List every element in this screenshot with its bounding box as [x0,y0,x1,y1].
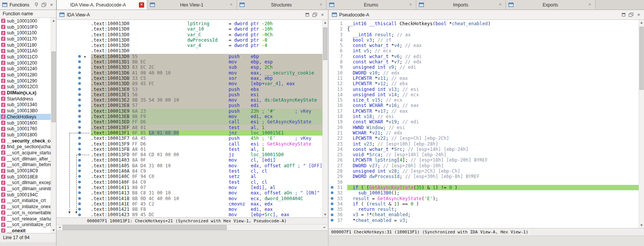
tab-close-icon[interactable]: × [139,2,144,8]
disasm-line[interactable]: .text:100013D0 [56,48,328,53]
functions-panel-header[interactable]: Functions × [0,0,56,10]
pseudocode-line[interactable]: 15 size_t v15; // ecx [329,97,644,103]
tab-exports[interactable]: Exports× [506,0,596,10]
disasm-line[interactable]: .text:10001405BA D4 31 00 10movedx, offs… [56,163,328,168]
pseudocode-line[interactable]: 9 unsigned int v9; // edi [329,65,644,70]
disasm-line[interactable]: .text:100013D6A1 08 40 00 10moveax, ___s… [56,70,328,76]
disasm-line[interactable]: .text:100013D0dwProcessId= dword ptr -8 [56,37,328,43]
function-row[interactable]: f__scrt_uninitialize_crt [0,222,56,228]
pseudocode-line[interactable]: 4 bool v3; // zf [329,37,644,43]
function-row[interactable]: f__onexit [0,228,56,233]
disasm-line[interactable]: ▾.text:100013D055pushebp [56,54,328,59]
function-row[interactable]: fsub_100012C0 [0,84,56,90]
function-row[interactable]: ffind_pe_section(uchar * [0,144,56,150]
function-row[interactable]: fsub_10001100 [0,30,56,36]
pseudocode-view[interactable]: 1__int16 __thiscall CheckHotkeys(bool *c… [329,20,644,228]
disasm-line[interactable]: .text:100013FD0F 84 CD 01 00 00jzloc_100… [56,152,328,157]
disasm-line[interactable]: .text:100013D0lpString= dword ptr -20h [56,21,328,26]
pseudocode-line[interactable]: 32 sub_100013B0(); [329,190,644,196]
function-row[interactable]: f__scrt_acquire_startup_ [0,150,56,156]
scroll-down-icon[interactable]: ▼ [51,228,56,233]
function-row[interactable]: fsub_1000194C [0,192,56,198]
pseudocode-title-bar[interactable]: Pseudocode-A × [329,10,644,20]
function-row[interactable]: fsub_10001290 [0,78,56,84]
function-row[interactable]: fsub_10001280 [0,72,56,78]
function-row[interactable]: f__scrt_dllmain_after_in [0,156,56,162]
function-row[interactable]: f__scrt_dllmain_uninitial [0,186,56,192]
functions-scrollbar[interactable]: ▲ ▼ [51,18,56,233]
tab-close-icon[interactable]: × [408,2,413,8]
disasm-scrollbar[interactable]: ▲ ▼ [322,20,328,217]
scroll-down-icon[interactable]: ▼ [323,212,328,217]
disasm-line[interactable]: .text:100013EB8B F9movedi, ecx [56,114,328,119]
restore-icon[interactable] [629,13,633,17]
disasm-line[interactable]: .text:100013E96A 23push23h ; '#' ; vKey [56,108,328,114]
function-row[interactable]: f__scrt_dllmain_excepti [0,180,56,186]
pseudocode-line[interactable]: 16 const WCHAR *v16; // eax [329,103,644,108]
pseudocode-line[interactable]: 23 int v23; // [esp+10h] [ebp-28h] [329,141,644,147]
function-row[interactable]: fCheckHotkeys [0,114,56,120]
function-row[interactable]: fsub_10001170 [0,36,56,42]
disasm-line[interactable]: .text:100013FBA8 01testal, 1 [56,147,328,152]
pin-icon[interactable] [35,2,38,7]
pseudocode-line[interactable]: 28 unsigned int v28; // [esp+2Ch] [ebp-C… [329,168,644,174]
function-row[interactable]: fsub_10001240 [0,66,56,72]
disasm-title-bar[interactable]: IDA View-A × [56,10,328,20]
scroll-thumb[interactable] [323,28,327,60]
pseudocode-line[interactable]: 17 LPCWSTR *v17; // eax [329,108,644,114]
disasm-line[interactable]: .text:100013D18B ECmovebp, esp [56,59,328,65]
scroll-left-icon[interactable]: ◄ [56,225,63,230]
disasm-line[interactable]: .text:100013D383 EC 2Csubesp, 2Ch [56,65,328,70]
restore-icon[interactable] [42,3,46,7]
function-row[interactable]: fsub_10001180 [0,42,56,48]
scroll-down-icon[interactable]: ▼ [639,223,644,228]
function-row[interactable]: f__scrt_dllmain_before_ [0,162,56,168]
pseudocode-line[interactable]: 30 [329,180,644,185]
disasm-line[interactable]: .text:100013DB33 C5xoreax, ebp [56,76,328,81]
tab-hex-view-1[interactable]: Hex View-1× [147,0,237,10]
functions-column-header[interactable]: Function name [0,10,56,18]
tab-ida-view-a-pseudocode-a[interactable]: IDA View-A, Pseudocode-A× [56,0,147,10]
pseudocode-line[interactable]: 33 result = GetAsyncKeyState('E'); [329,196,644,201]
function-row[interactable]: fsub_100010F0 [0,24,56,30]
disasm-line[interactable]: .text:100013E156pushesi [56,92,328,97]
pseudocode-line[interactable]: 6 int v5; // ecx [329,48,644,53]
pseudocode-line[interactable]: 3 __int16 result; // ax [329,32,644,37]
function-row[interactable]: f__scrt_is_nonwritable_ [0,210,56,216]
close-icon[interactable]: × [636,13,641,17]
function-row[interactable]: fDllMain(x,x,x) [0,90,56,96]
tab-enums[interactable]: Enums× [327,0,416,10]
disasm-hscrollbar[interactable]: ◄ ► [56,224,328,230]
pseudocode-line[interactable]: 12 LPCWSTR *v12; // ebx [329,81,644,86]
function-row[interactable]: fsub_10001800 [0,132,56,138]
scroll-thumb[interactable] [63,225,227,230]
restore-icon[interactable] [312,13,317,17]
pseudocode-line[interactable]: 21 WCHAR *v21; // edx [329,130,644,136]
pseudocode-line[interactable]: 36 v3 = !*cheat_enabled; [329,212,644,217]
pseudocode-line[interactable]: 20 HWND Window; // esi [329,125,644,130]
disasm-line[interactable]: .text:100013E28B 35 54 30 00 10movesi, d… [56,97,328,103]
pseudocode-line[interactable]: 8 const wchar_t *v7; // edx [329,59,644,65]
pseudocode-line[interactable]: 14 unsigned int v14; // ecx [329,92,644,97]
pseudocode-line[interactable]: 25 void *Srca; // [esp+14h] [ebp-24h] [329,152,644,157]
tab-close-icon[interactable]: × [497,2,503,8]
disasm-line[interactable]: .text:1000141188 07mov[edi], al [56,185,328,190]
pseudocode-line[interactable]: 31 if ( (GetAsyncKeyState(35) & 1) != 0 … [329,185,644,190]
function-row[interactable]: fsub_10001340 [0,102,56,108]
disasm-line[interactable]: .text:100014218B F8movedi, eax [56,207,328,212]
function-row[interactable]: fsub_100018C9 [0,168,56,174]
disasm-line[interactable]: .text:100013F9FF D6callesi ; GetAsyncKey… [56,141,328,147]
function-row[interactable]: f__scrt_initialize_crt [0,198,56,204]
function-row[interactable]: fsub_10001760 [0,126,56,132]
function-row[interactable]: fStartAddress [0,96,56,102]
tab-structures[interactable]: Structures× [237,0,327,10]
disasm-line[interactable]: .text:1000140C0F 94 C0setzal [56,174,328,179]
scroll-up-icon[interactable]: ▲ [51,18,56,23]
pseudocode-line[interactable]: 11 LPCWSTR *v11; // eax [329,76,644,81]
pseudocode-line[interactable]: 34 if ( (result & 1) == 0 ) [329,201,644,207]
pseudocode-line[interactable]: 24 const wchar_t *Src; // [esp+14h] [ebp… [329,147,644,152]
tab-imports[interactable]: Imports× [416,0,506,10]
scroll-thumb[interactable] [52,52,56,122]
pseudocode-line[interactable]: 22 LPCWSTR *v22; // [esp+Ch] [ebp-2Ch] [329,136,644,141]
disasm-line[interactable]: .text:100013DD89 45 FCmov[ebp+var_4], ea… [56,81,328,86]
